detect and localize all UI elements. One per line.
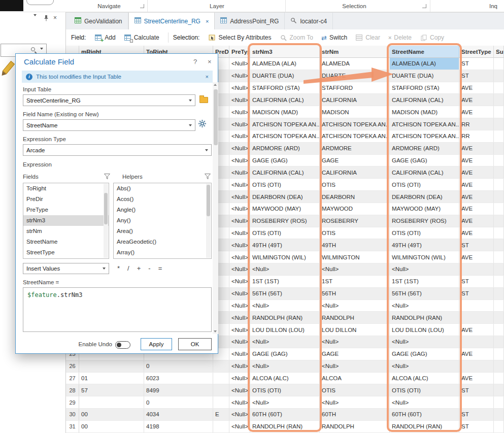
scroll-down-icon[interactable] — [214, 330, 217, 332]
table-cell-s3[interactable]: OTIS (OTI) — [250, 227, 320, 239]
table-cell-pt[interactable]: <Null> — [229, 227, 250, 239]
table-cell-name[interactable]: MADISON (MAD) — [390, 106, 459, 118]
table-cell-type[interactable]: ST — [459, 288, 494, 299]
table-cell-tr[interactable]: 4034 — [144, 409, 213, 420]
table-cell-s3[interactable]: <Null> — [250, 360, 320, 372]
field-name-combobox[interactable]: StreetName — [23, 119, 195, 131]
table-cell-name[interactable]: OTIS (OTI) — [390, 384, 459, 396]
table-cell-pt[interactable]: <Null> — [229, 384, 250, 396]
table-cell-name[interactable]: <Null> — [390, 360, 459, 372]
table-cell-suf[interactable] — [494, 300, 504, 312]
table-cell-name[interactable]: ALCOA (ALC) — [390, 373, 459, 384]
table-cell-pd[interactable] — [213, 373, 229, 384]
table-cell-suf[interactable] — [494, 143, 504, 154]
table-cell-s3[interactable]: WILMINGTON (WIL) — [250, 251, 320, 263]
table-cell-name[interactable]: WILMINGTON (WIL) — [390, 251, 459, 263]
scrollbar-thumb[interactable] — [214, 89, 218, 145]
table-cell-name[interactable]: 49TH (49T) — [390, 239, 459, 251]
table-cell-pt[interactable]: <Null> — [229, 251, 250, 263]
table-cell-sn[interactable]: GAGE — [320, 348, 390, 360]
filter-funnel-icon[interactable] — [104, 174, 110, 181]
table-cell-sn[interactable]: 60TH — [320, 409, 390, 420]
table-cell-sn[interactable]: 1ST — [320, 276, 390, 287]
table-cell-type[interactable]: AVE — [459, 227, 494, 239]
table-cell-s3[interactable]: ATCHISON TOPEKA AN... — [250, 118, 320, 130]
table-cell-pd[interactable] — [213, 384, 229, 396]
fields-listbox[interactable]: ToRightPreDirPreTypestrNm3strNmStreetNam… — [23, 183, 109, 259]
table-cell-sn[interactable]: <Null> — [320, 300, 390, 312]
table-cell-type[interactable]: AVE — [459, 166, 494, 178]
row-number-cell[interactable]: 27 — [66, 373, 79, 384]
table-cell-suf[interactable] — [494, 373, 504, 384]
table-cell-type[interactable]: AVE — [459, 106, 494, 118]
table-cell-type[interactable]: AVE — [459, 215, 494, 227]
table-cell-name[interactable]: RANDOLPH (RAN) — [390, 421, 459, 432]
expression-type-combobox[interactable]: Arcade — [23, 144, 212, 156]
table-cell-pt[interactable]: <Null> — [229, 166, 250, 178]
operator-button[interactable]: / — [127, 264, 129, 272]
clear-selection-button[interactable]: Clear — [351, 32, 384, 43]
table-cell-fr[interactable]: 00 — [79, 421, 144, 432]
table-cell-pd[interactable] — [213, 360, 229, 372]
table-cell-type[interactable]: RR — [459, 118, 494, 130]
row-number-cell[interactable]: 31 — [66, 421, 79, 432]
table-cell-type[interactable] — [459, 360, 494, 372]
list-item[interactable]: Array() — [114, 247, 211, 258]
table-cell-type[interactable]: RR — [459, 130, 494, 142]
table-cell-name[interactable]: ALAMEDA (ALA) — [390, 58, 459, 70]
table-cell-pt[interactable]: <Null> — [229, 336, 250, 348]
table-cell-suf[interactable] — [494, 239, 504, 251]
table-cell-pt[interactable]: <Null> — [229, 312, 250, 323]
table-cell-pd[interactable] — [213, 396, 229, 408]
table-cell-pt[interactable]: <Null> — [229, 396, 250, 408]
tab-streetcenterline-rg[interactable]: StreetCenterline_RG × — [128, 13, 215, 29]
help-icon[interactable]: ? — [193, 58, 197, 65]
table-cell-type[interactable]: AVE — [459, 155, 494, 166]
table-cell-suf[interactable] — [494, 288, 504, 299]
table-cell-type[interactable]: ST — [459, 384, 494, 396]
table-cell-name[interactable]: ATCHISON TOPEKA AN... — [390, 118, 459, 130]
table-cell-pt[interactable]: <Null> — [229, 155, 250, 166]
table-cell-s3[interactable]: 60TH (60T) — [250, 409, 320, 420]
table-cell-s3[interactable]: RANDOLPH (RAN) — [250, 312, 320, 323]
table-cell-s3[interactable]: <Null> — [250, 300, 320, 312]
row-number-cell[interactable]: 28 — [66, 384, 79, 396]
table-cell-s3[interactable]: DEARBORN (DEA) — [250, 191, 320, 203]
table-cell-suf[interactable] — [494, 348, 504, 360]
table-cell-name[interactable]: <Null> — [390, 396, 459, 408]
table-cell-sn[interactable]: OTIS — [320, 179, 390, 190]
ok-button[interactable]: OK — [178, 338, 212, 350]
table-cell-suf[interactable] — [494, 106, 504, 118]
table-cell-name[interactable]: MAYWOOD (MAY) — [390, 203, 459, 215]
filter-funnel-icon[interactable] — [205, 174, 211, 181]
table-cell-sn[interactable]: 49TH — [320, 239, 390, 251]
delete-button[interactable]: × Delete — [384, 32, 416, 43]
table-cell-fr[interactable] — [79, 360, 144, 372]
close-icon[interactable]: × — [208, 58, 212, 65]
list-item[interactable]: Area() — [114, 226, 211, 237]
table-cell-pt[interactable]: <Null> — [229, 130, 250, 142]
close-icon[interactable]: × — [206, 18, 209, 24]
table-cell-type[interactable]: AVE — [459, 82, 494, 94]
info-dismiss-icon[interactable]: × — [206, 74, 209, 80]
table-cell-suf[interactable] — [494, 191, 504, 203]
table-cell-sn[interactable]: <Null> — [320, 360, 390, 372]
list-item[interactable]: Asin() — [114, 258, 211, 259]
table-cell-name[interactable]: ATCHISON TOPEKA AN... — [390, 130, 459, 142]
table-cell-sn[interactable]: DEARBORN — [320, 191, 390, 203]
dialog-launcher-icon[interactable] — [422, 4, 426, 8]
table-cell-sn[interactable]: ALAMEDA — [320, 58, 390, 70]
col-header-streettype[interactable]: StreetType — [459, 46, 494, 58]
table-cell-s3[interactable]: ALCOA (ALC) — [250, 373, 320, 384]
table-cell-type[interactable]: AVE — [459, 179, 494, 190]
table-cell-type[interactable]: AVE — [459, 348, 494, 360]
table-cell-pt[interactable]: <Null> — [229, 179, 250, 190]
table-cell-type[interactable] — [459, 336, 494, 348]
table-cell-s3[interactable]: DUARTE (DUA) — [250, 70, 320, 82]
table-cell-suf[interactable] — [494, 312, 504, 323]
table-cell-name[interactable]: <Null> — [390, 263, 459, 275]
table-cell-suf[interactable] — [494, 203, 504, 215]
table-cell-sn[interactable]: DUARTE — [320, 70, 390, 82]
table-cell-sn[interactable]: OTIS — [320, 384, 390, 396]
scrollbar-thumb[interactable] — [104, 193, 108, 224]
